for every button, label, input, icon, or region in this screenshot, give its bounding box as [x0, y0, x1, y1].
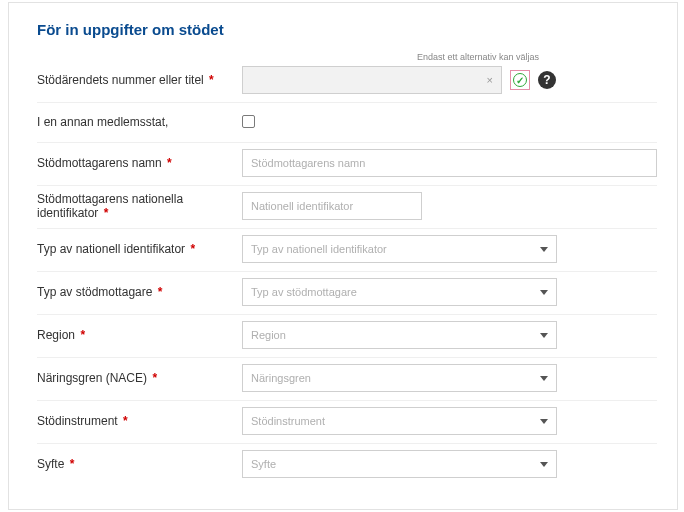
label-national-id: Stödmottagarens nationella identifikator… [37, 192, 242, 220]
select-placeholder: Typ av nationell identifikator [251, 243, 387, 255]
validate-wrap: ✓ [510, 70, 530, 90]
label-other-state: I en annan medlemsstat, [37, 115, 242, 129]
select-placeholder: Näringsgren [251, 372, 311, 384]
required-mark: * [152, 371, 157, 385]
required-mark: * [158, 285, 163, 299]
row-national-id: Stödmottagarens nationella identifikator… [37, 186, 657, 229]
beneficiary-type-select[interactable]: Typ av stödmottagare [242, 278, 557, 306]
label-purpose: Syfte * [37, 457, 242, 471]
required-mark: * [104, 206, 109, 220]
input-col-beneficiary-type: Typ av stödmottagare [242, 278, 657, 306]
other-state-checkbox[interactable] [242, 115, 255, 128]
input-col-case-number: Endast ett alternativ kan väljas × ✓ ? [242, 66, 657, 94]
row-other-state: I en annan medlemsstat, [37, 103, 657, 143]
label-text: Stödärendets nummer eller titel [37, 73, 204, 87]
instrument-select[interactable]: Stödinstrument [242, 407, 557, 435]
label-case-number: Stödärendets nummer eller titel * [37, 73, 242, 87]
label-beneficiary-type: Typ av stödmottagare * [37, 285, 242, 299]
purpose-select[interactable]: Syfte [242, 450, 557, 478]
label-text: Stödinstrument [37, 414, 118, 428]
label-national-id-type: Typ av nationell identifikator * [37, 242, 242, 256]
case-number-select[interactable]: × [242, 66, 502, 94]
input-col-beneficiary-name [242, 149, 657, 177]
chevron-down-icon [540, 247, 548, 252]
national-id-input[interactable] [242, 192, 422, 220]
nace-select[interactable]: Näringsgren [242, 364, 557, 392]
required-mark: * [167, 156, 172, 170]
input-col-nace: Näringsgren [242, 364, 657, 392]
label-region: Region * [37, 328, 242, 342]
chevron-down-icon [540, 376, 548, 381]
form-panel: För in uppgifter om stödet Stödärendets … [8, 2, 678, 510]
row-purpose: Syfte * Syfte [37, 444, 657, 486]
label-text: Region [37, 328, 75, 342]
clear-icon[interactable]: × [487, 74, 493, 86]
label-text: Stödmottagarens namn [37, 156, 162, 170]
label-text: Typ av stödmottagare [37, 285, 152, 299]
required-mark: * [70, 457, 75, 471]
national-id-type-select[interactable]: Typ av nationell identifikator [242, 235, 557, 263]
check-circle-icon[interactable]: ✓ [513, 73, 527, 87]
required-mark: * [123, 414, 128, 428]
input-col-purpose: Syfte [242, 450, 657, 478]
select-placeholder: Stödinstrument [251, 415, 325, 427]
row-beneficiary-name: Stödmottagarens namn * [37, 143, 657, 186]
label-text: I en annan medlemsstat, [37, 115, 168, 129]
row-nace: Näringsgren (NACE) * Näringsgren [37, 358, 657, 401]
input-col-national-id-type: Typ av nationell identifikator [242, 235, 657, 263]
chevron-down-icon [540, 333, 548, 338]
label-beneficiary-name: Stödmottagarens namn * [37, 156, 242, 170]
select-placeholder: Typ av stödmottagare [251, 286, 357, 298]
hint-single-choice: Endast ett alternativ kan väljas [417, 52, 539, 62]
chevron-down-icon [540, 290, 548, 295]
label-text: Typ av nationell identifikator [37, 242, 185, 256]
help-icon[interactable]: ? [538, 71, 556, 89]
input-col-national-id [242, 192, 657, 220]
input-col-other-state [242, 115, 657, 128]
chevron-down-icon [540, 462, 548, 467]
chevron-down-icon [540, 419, 548, 424]
required-mark: * [190, 242, 195, 256]
label-instrument: Stödinstrument * [37, 414, 242, 428]
page-title: För in uppgifter om stödet [37, 21, 657, 38]
beneficiary-name-input[interactable] [242, 149, 657, 177]
row-region: Region * Region [37, 315, 657, 358]
row-beneficiary-type: Typ av stödmottagare * Typ av stödmottag… [37, 272, 657, 315]
label-text: Syfte [37, 457, 64, 471]
label-text: Stödmottagarens nationella identifikator [37, 192, 183, 220]
input-col-instrument: Stödinstrument [242, 407, 657, 435]
required-mark: * [209, 73, 214, 87]
label-text: Näringsgren (NACE) [37, 371, 147, 385]
select-placeholder: Syfte [251, 458, 276, 470]
select-placeholder: Region [251, 329, 286, 341]
row-instrument: Stödinstrument * Stödinstrument [37, 401, 657, 444]
region-select[interactable]: Region [242, 321, 557, 349]
label-nace: Näringsgren (NACE) * [37, 371, 242, 385]
row-case-number: Stödärendets nummer eller titel * Endast… [37, 60, 657, 103]
input-col-region: Region [242, 321, 657, 349]
required-mark: * [80, 328, 85, 342]
row-national-id-type: Typ av nationell identifikator * Typ av … [37, 229, 657, 272]
